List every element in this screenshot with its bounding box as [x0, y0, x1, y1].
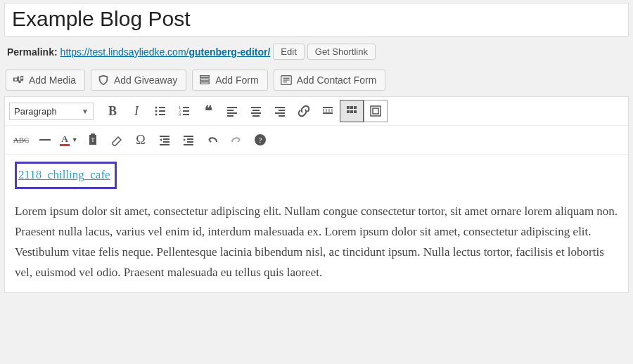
add-giveaway-button[interactable]: Add Giveaway: [91, 70, 186, 91]
ol-icon: 123: [177, 104, 191, 118]
svg-rect-46: [184, 136, 193, 137]
svg-rect-40: [91, 134, 95, 136]
help-button[interactable]: ?: [248, 129, 272, 151]
align-center-button[interactable]: [244, 100, 268, 122]
svg-rect-29: [323, 110, 333, 111]
svg-rect-27: [279, 115, 285, 117]
redo-icon: [229, 133, 243, 147]
svg-rect-9: [159, 114, 165, 115]
svg-text:?: ?: [259, 136, 262, 144]
add-form-label: Add Form: [215, 74, 258, 86]
add-form-button[interactable]: Add Form: [192, 70, 267, 91]
svg-rect-44: [163, 141, 170, 143]
toolbar-row-1: Paragraph ▼ B I 123 ❝: [5, 97, 628, 126]
svg-rect-43: [163, 138, 170, 140]
svg-rect-11: [183, 107, 189, 108]
form-icon: [198, 74, 211, 86]
add-media-button[interactable]: Add Media: [6, 70, 85, 91]
edit-permalink-button[interactable]: Edit: [273, 44, 304, 60]
svg-rect-33: [354, 106, 357, 109]
eraser-icon: [110, 133, 124, 147]
fullscreen-button[interactable]: [364, 100, 388, 122]
insert-more-button[interactable]: [316, 100, 340, 122]
blockquote-button[interactable]: ❝: [196, 100, 220, 122]
permalink-slug: gutenberg-editor/: [188, 46, 270, 58]
inserted-link[interactable]: 2118_chilling_cafe: [18, 168, 110, 181]
permalink-base: https://test.lindsayliedke.com/: [60, 46, 189, 58]
add-contact-form-button[interactable]: Add Contact Form: [274, 70, 386, 91]
camera-music-icon: [12, 74, 25, 86]
svg-text:3: 3: [179, 112, 181, 117]
toolbar-toggle-button[interactable]: [340, 100, 364, 122]
add-giveaway-label: Add Giveaway: [114, 74, 177, 86]
svg-rect-30: [323, 112, 333, 114]
undo-button[interactable]: [200, 129, 224, 151]
align-right-button[interactable]: [268, 100, 292, 122]
svg-rect-26: [275, 112, 285, 114]
svg-rect-22: [251, 112, 261, 114]
text-color-icon: A▼: [60, 134, 78, 146]
svg-rect-37: [371, 106, 381, 116]
distraction-free-icon: [369, 104, 383, 118]
ul-icon: [153, 104, 167, 118]
svg-rect-16: [227, 107, 237, 108]
link-button[interactable]: [292, 100, 316, 122]
kitchen-sink-icon: [345, 104, 359, 118]
indent-button[interactable]: [177, 129, 200, 151]
body-paragraph: Lorem ipsum dolor sit amet, consectetur …: [15, 202, 618, 283]
permalink-row: Permalink: https://test.lindsayliedke.co…: [7, 44, 629, 60]
svg-rect-20: [251, 107, 261, 108]
numbered-list-button[interactable]: 123: [172, 100, 196, 122]
svg-rect-5: [159, 107, 165, 108]
strike-icon: ABC: [13, 136, 30, 144]
bullet-list-button[interactable]: [148, 100, 172, 122]
shield-icon: [97, 74, 110, 86]
svg-rect-42: [160, 136, 170, 137]
svg-rect-49: [184, 144, 193, 145]
strikethrough-button[interactable]: ABC: [9, 129, 33, 151]
undo-icon: [205, 133, 219, 147]
paste-text-button[interactable]: T: [81, 129, 105, 151]
svg-rect-32: [350, 106, 353, 109]
svg-point-4: [155, 107, 158, 109]
hr-icon: [39, 139, 51, 141]
format-select[interactable]: Paragraph ▼: [9, 103, 94, 120]
post-title-input[interactable]: [12, 6, 621, 32]
special-character-button[interactable]: Ω: [129, 129, 153, 151]
horizontal-rule-button[interactable]: [33, 129, 57, 151]
align-right-icon: [273, 104, 287, 118]
add-media-label: Add Media: [29, 74, 76, 86]
contact-form-icon: [280, 74, 293, 86]
svg-point-8: [155, 114, 158, 116]
toolbar-row-2: ABC A▼ T Ω ?: [5, 126, 628, 155]
italic-button[interactable]: I: [124, 100, 148, 122]
svg-rect-18: [227, 112, 237, 114]
svg-rect-21: [252, 110, 260, 111]
svg-rect-25: [279, 110, 285, 111]
clipboard-icon: T: [86, 133, 100, 147]
svg-rect-13: [183, 110, 189, 112]
bold-button[interactable]: B: [101, 100, 124, 122]
svg-rect-23: [252, 115, 260, 117]
svg-rect-19: [227, 115, 234, 117]
permalink-url[interactable]: https://test.lindsayliedke.com/gutenberg…: [60, 46, 271, 58]
outdent-button[interactable]: [153, 129, 177, 151]
redo-button[interactable]: [224, 129, 248, 151]
svg-rect-38: [373, 108, 378, 114]
format-select-value: Paragraph: [14, 106, 57, 117]
svg-rect-34: [347, 110, 350, 113]
svg-rect-7: [159, 110, 165, 112]
text-color-button[interactable]: A▼: [57, 129, 81, 151]
media-button-row: Add Media Add Giveaway Add Form Add Cont…: [6, 70, 629, 91]
editor-content[interactable]: 2118_chilling_cafe Lorem ipsum dolor sit…: [5, 155, 628, 292]
indent-icon: [181, 133, 196, 147]
chevron-down-icon: ▼: [82, 108, 89, 115]
get-shortlink-button[interactable]: Get Shortlink: [307, 44, 376, 60]
svg-rect-48: [187, 141, 193, 143]
svg-rect-15: [183, 114, 189, 115]
align-left-button[interactable]: [220, 100, 244, 122]
svg-rect-24: [275, 107, 285, 108]
clear-formatting-button[interactable]: [105, 129, 129, 151]
svg-point-6: [155, 110, 158, 112]
permalink-label: Permalink:: [7, 46, 58, 58]
